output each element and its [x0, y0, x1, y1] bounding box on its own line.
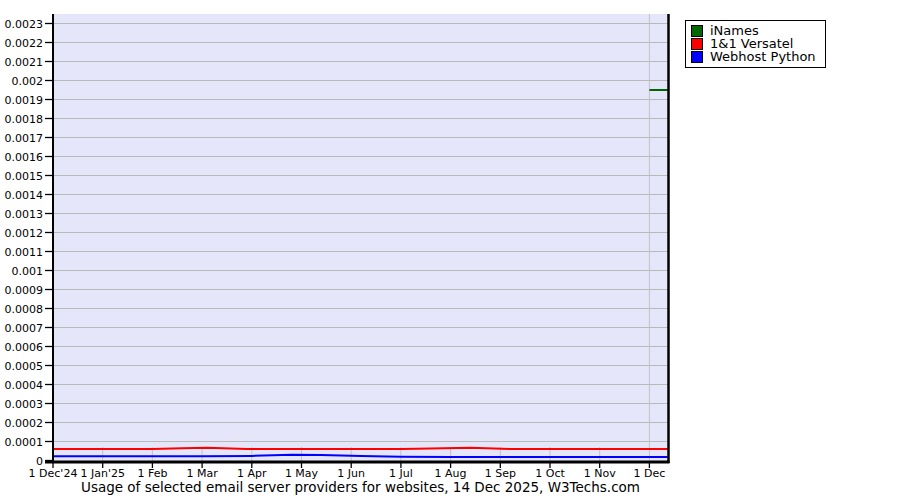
y-tick-label: 0.0022: [5, 37, 44, 50]
y-tick-label: 0.0009: [5, 284, 44, 297]
y-tick-label: 0.0018: [5, 113, 44, 126]
y-tick-label: 0.0019: [5, 94, 44, 107]
y-tick-label: 0.0008: [5, 303, 44, 316]
y-tick-label: 0.001: [12, 265, 44, 278]
legend-swatch-icon: [691, 25, 703, 37]
y-tick-label: 0.0002: [5, 417, 44, 430]
y-tick-label: 0: [36, 455, 43, 468]
y-tick-label: 0.0017: [5, 132, 44, 145]
y-tick-label: 0.0023: [5, 18, 44, 31]
plot-area: [53, 14, 668, 463]
y-tick-label: 0.0016: [5, 151, 44, 164]
chart-title: Usage of selected email server providers…: [0, 479, 721, 495]
y-tick-label: 0.0005: [5, 360, 44, 373]
y-tick-label: 0.0011: [5, 246, 44, 259]
y-tick-label: 0.0021: [5, 56, 44, 69]
legend-box: iNames1&1 VersatelWebhost Python: [685, 20, 826, 68]
chart-container: 0.00230.00220.00210.0020.00190.00180.001…: [0, 0, 900, 500]
usage-line-chart: 0.00230.00220.00210.0020.00190.00180.001…: [0, 0, 900, 500]
y-tick-label: 0.0007: [5, 322, 44, 335]
legend-item: Webhost Python: [691, 50, 816, 63]
y-tick-label: 0.002: [12, 75, 44, 88]
legend-label: Webhost Python: [710, 50, 816, 63]
y-tick-label: 0.0012: [5, 227, 44, 240]
y-tick-label: 0.0015: [5, 170, 44, 183]
y-axis: 0.00230.00220.00210.0020.00190.00180.001…: [5, 18, 54, 468]
y-tick-label: 0.0003: [5, 398, 44, 411]
y-tick-label: 0.0001: [5, 436, 44, 449]
y-tick-label: 0.0014: [5, 189, 44, 202]
legend-swatch-icon: [691, 51, 703, 63]
x-axis: 1 Dec'241 Jan'251 Feb1 Mar1 Apr1 May1 Ju…: [29, 462, 666, 481]
y-tick-label: 0.0006: [5, 341, 44, 354]
legend-swatch-icon: [691, 38, 703, 50]
y-tick-label: 0.0013: [5, 208, 44, 221]
y-tick-label: 0.0004: [5, 379, 44, 392]
